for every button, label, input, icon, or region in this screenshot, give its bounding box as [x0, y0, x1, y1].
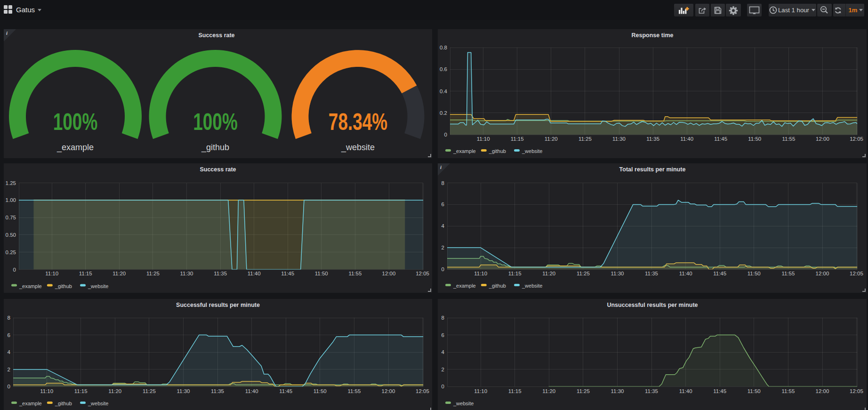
svg-text:11:40: 11:40 — [680, 136, 693, 142]
svg-text:Total results per minute: Total results per minute — [619, 166, 686, 173]
svg-text:_github: _github — [489, 148, 506, 154]
svg-text:11:40: 11:40 — [679, 271, 692, 276]
svg-text:11:35: 11:35 — [645, 388, 658, 394]
svg-text:11:45: 11:45 — [713, 271, 726, 276]
svg-text:_example: _example — [453, 148, 476, 154]
svg-text:0: 0 — [8, 384, 10, 389]
svg-text:12:00: 12:00 — [382, 271, 396, 276]
svg-text:8: 8 — [8, 315, 10, 321]
svg-text:6: 6 — [442, 332, 444, 338]
svg-text:11:30: 11:30 — [177, 388, 190, 394]
svg-text:11:50: 11:50 — [313, 388, 327, 394]
svg-text:0: 0 — [442, 384, 444, 389]
svg-text:12:00: 12:00 — [816, 271, 829, 276]
svg-text:1.25: 1.25 — [6, 180, 16, 186]
svg-text:Successful results per minute: Successful results per minute — [176, 302, 260, 308]
svg-text:12:00: 12:00 — [816, 388, 829, 394]
svg-text:11:10: 11:10 — [45, 271, 58, 276]
svg-text:11:45: 11:45 — [279, 388, 292, 394]
svg-text:11:25: 11:25 — [577, 271, 590, 276]
svg-text:11:15: 11:15 — [511, 136, 524, 142]
svg-text:12:00: 12:00 — [382, 388, 395, 394]
svg-text:0.8: 0.8 — [440, 45, 447, 50]
svg-text:4: 4 — [442, 223, 445, 229]
svg-text:_github: _github — [201, 143, 229, 153]
svg-text:11:25: 11:25 — [579, 136, 592, 142]
svg-text:11:10: 11:10 — [474, 271, 487, 276]
svg-text:12:05: 12:05 — [850, 136, 863, 142]
svg-text:0.75: 0.75 — [6, 215, 16, 220]
svg-text:_website: _website — [522, 148, 542, 154]
svg-text:0.2: 0.2 — [440, 110, 447, 116]
svg-text:0: 0 — [444, 132, 447, 137]
svg-text:11:55: 11:55 — [781, 271, 795, 276]
svg-text:Response time: Response time — [632, 32, 674, 39]
svg-text:4: 4 — [8, 349, 11, 355]
svg-text:11:10: 11:10 — [40, 388, 53, 394]
svg-text:2: 2 — [442, 367, 444, 372]
svg-text:12:05: 12:05 — [850, 271, 863, 276]
svg-text:11:55: 11:55 — [347, 388, 361, 394]
svg-text:_example: _example — [19, 401, 42, 406]
svg-text:11:50: 11:50 — [315, 271, 328, 276]
svg-text:11:20: 11:20 — [542, 271, 555, 276]
svg-text:11:45: 11:45 — [714, 136, 727, 142]
svg-text:11:40: 11:40 — [245, 388, 258, 394]
svg-text:11:55: 11:55 — [348, 271, 362, 276]
svg-text:1.00: 1.00 — [6, 197, 16, 203]
svg-text:11:20: 11:20 — [113, 271, 126, 276]
svg-text:11:25: 11:25 — [143, 388, 156, 394]
svg-text:78.34%: 78.34% — [329, 108, 387, 135]
svg-text:11:35: 11:35 — [214, 271, 227, 276]
svg-text:11:30: 11:30 — [611, 271, 624, 276]
svg-text:12:05: 12:05 — [416, 388, 429, 394]
svg-text:12:00: 12:00 — [816, 136, 829, 142]
svg-text:11:35: 11:35 — [211, 388, 224, 394]
svg-text:_website: _website — [88, 283, 108, 289]
svg-text:11:50: 11:50 — [748, 136, 761, 142]
svg-text:11:10: 11:10 — [474, 388, 487, 394]
svg-text:_website: _website — [453, 401, 474, 406]
svg-text:11:15: 11:15 — [79, 271, 92, 276]
svg-text:0: 0 — [13, 267, 16, 273]
svg-text:11:10: 11:10 — [477, 136, 490, 142]
svg-text:11:50: 11:50 — [747, 388, 761, 394]
svg-text:_github: _github — [55, 401, 72, 406]
svg-text:2: 2 — [8, 367, 10, 372]
svg-text:_github: _github — [489, 283, 506, 289]
svg-text:11:50: 11:50 — [747, 271, 761, 276]
svg-text:_website: _website — [341, 143, 375, 153]
svg-text:2: 2 — [442, 245, 444, 250]
svg-text:11:15: 11:15 — [74, 388, 88, 394]
svg-text:11:30: 11:30 — [611, 388, 624, 394]
svg-text:0.4: 0.4 — [440, 88, 448, 94]
svg-text:11:20: 11:20 — [108, 388, 121, 394]
svg-text:Success rate: Success rate — [200, 166, 236, 173]
svg-text:100%: 100% — [53, 108, 98, 135]
svg-text:Success rate: Success rate — [198, 32, 234, 39]
svg-text:4: 4 — [442, 349, 445, 355]
svg-text:Unsuccessful results per minut: Unsuccessful results per minute — [607, 302, 698, 308]
svg-text:11:45: 11:45 — [713, 388, 726, 394]
svg-text:11:15: 11:15 — [508, 271, 522, 276]
svg-text:11:15: 11:15 — [508, 388, 522, 394]
svg-text:11:55: 11:55 — [782, 136, 795, 142]
svg-text:11:30: 11:30 — [180, 271, 193, 276]
svg-text:11:45: 11:45 — [281, 271, 294, 276]
svg-text:8: 8 — [442, 315, 444, 321]
svg-text:_example: _example — [56, 143, 94, 153]
svg-text:11:40: 11:40 — [248, 271, 261, 276]
svg-text:11:35: 11:35 — [646, 136, 659, 142]
svg-text:11:20: 11:20 — [542, 388, 555, 394]
svg-text:6: 6 — [8, 332, 10, 338]
svg-text:11:35: 11:35 — [645, 271, 658, 276]
svg-text:_example: _example — [453, 283, 476, 289]
svg-text:_example: _example — [19, 283, 42, 289]
svg-text:0.25: 0.25 — [6, 249, 16, 255]
svg-text:_website: _website — [88, 401, 108, 406]
svg-text:8: 8 — [442, 180, 444, 186]
svg-text:12:05: 12:05 — [850, 388, 863, 394]
svg-text:6: 6 — [442, 201, 444, 207]
svg-text:0: 0 — [442, 266, 444, 272]
svg-text:0.6: 0.6 — [440, 66, 447, 72]
